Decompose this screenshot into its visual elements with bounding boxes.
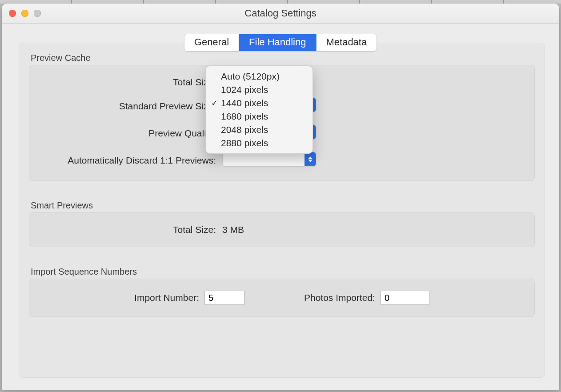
menu-item[interactable]: ✓ 2880 pixels (206, 136, 313, 150)
label-standard-preview-size: Standard Preview Size: (38, 101, 216, 112)
label-smart-total-size: Total Size: (38, 224, 216, 235)
section-title-preview-cache: Preview Cache (31, 53, 535, 63)
input-import-number[interactable] (204, 291, 244, 305)
section-body-smart-previews: Total Size: 3 MB (29, 212, 535, 247)
menu-item-label: Auto (5120px) (221, 71, 306, 82)
check-icon: ✓ (208, 98, 221, 108)
label-import-number: Import Number: (134, 292, 199, 303)
settings-window: Catalog Settings General File Handling M… (2, 4, 559, 390)
section-body-import-sequence: Import Number: Photos Imported: (29, 279, 535, 317)
select-discard-previews[interactable] (222, 152, 317, 167)
chevron-up-down-icon (305, 152, 316, 166)
value-smart-total-size: 3 MB (222, 224, 525, 235)
menu-item[interactable]: ✓ 1024 pixels (206, 83, 313, 96)
label-discard-previews: Automatically Discard 1:1 Previews: (38, 155, 216, 166)
tab-metadata[interactable]: Metadata (316, 34, 377, 51)
section-import-sequence: Import Sequence Numbers Import Number: P… (29, 267, 535, 317)
background-thumb-strip (0, 0, 561, 4)
menu-item-label: 2048 pixels (221, 124, 306, 135)
menu-item-label: 2880 pixels (221, 138, 306, 148)
label-photos-imported: Photos Imported: (304, 292, 375, 303)
menu-item-label: 1680 pixels (221, 111, 306, 122)
section-title-import-sequence: Import Sequence Numbers (31, 267, 535, 277)
label-total-size: Total Size: (38, 77, 216, 88)
tab-general[interactable]: General (184, 34, 239, 51)
section-smart-previews: Smart Previews Total Size: 3 MB (29, 200, 535, 247)
menu-item[interactable]: ✓ 1680 pixels (206, 110, 313, 123)
input-photos-imported[interactable] (381, 291, 429, 305)
window-title: Catalog Settings (2, 4, 559, 23)
titlebar: Catalog Settings (2, 4, 559, 24)
menu-standard-preview-size: ✓ Auto (5120px) ✓ 1024 pixels ✓ 1440 pix… (205, 66, 313, 154)
menu-item-label: 1024 pixels (221, 84, 306, 95)
tab-bar: General File Handling Metadata (184, 34, 377, 52)
label-preview-quality: Preview Quality: (38, 128, 216, 139)
menu-item[interactable]: ✓ Auto (5120px) (206, 70, 313, 83)
section-title-smart-previews: Smart Previews (31, 200, 535, 211)
tab-file-handling[interactable]: File Handling (239, 34, 316, 51)
menu-item[interactable]: ✓ 1440 pixels (206, 96, 313, 110)
menu-item[interactable]: ✓ 2048 pixels (206, 123, 313, 136)
menu-item-label: 1440 pixels (221, 98, 306, 108)
